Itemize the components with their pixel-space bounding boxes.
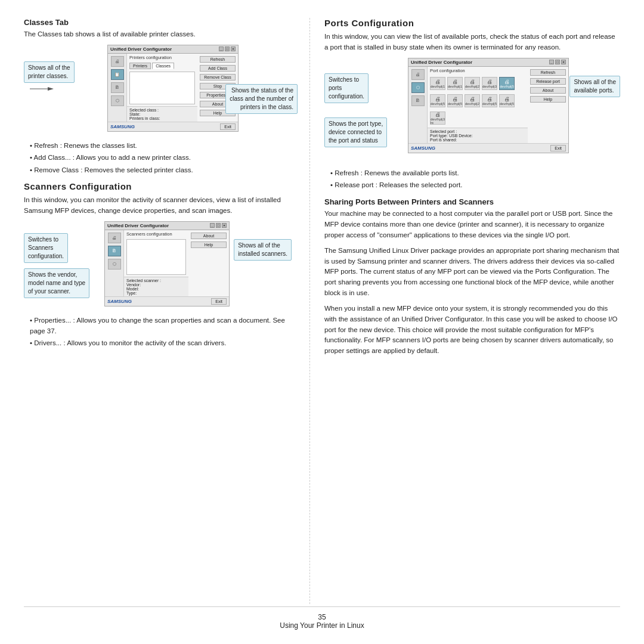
sharing-para1: Your machine may be connected to a host … bbox=[324, 209, 620, 240]
sidebar-scan-icon2: 🖹 bbox=[411, 95, 425, 106]
sidebar-port-icon2: ⬡ bbox=[108, 259, 121, 270]
port-icons-row1: 🖨dev/hplj1 🖨dev/hplj1 🖨dev/hplj2 🖨dev/hp… bbox=[428, 76, 528, 91]
ports-sidebar: 🖨 ⬡ 🖹 bbox=[408, 67, 428, 143]
ports-title: Ports Configuration bbox=[324, 18, 620, 28]
footer-text: Using Your Printer in Linux bbox=[280, 621, 364, 630]
classes-tab-screenshot-container: Shows all of theprinter classes. Unified… bbox=[24, 45, 298, 132]
ss-scanner-help-btn[interactable]: Help bbox=[191, 242, 227, 248]
bullet-refresh: Refresh : Renews the classes list. bbox=[30, 140, 298, 151]
classes-tab-title: Classes Tab bbox=[24, 18, 298, 27]
sidebar-ports-icon: ⬡ bbox=[411, 82, 425, 93]
port-icons-row3: 🖨dev/hplj3 ht bbox=[428, 110, 528, 126]
scanners-section: Scanners Configuration In this window, y… bbox=[24, 181, 298, 349]
bullet-drivers: Drivers... : Allows you to monitor the a… bbox=[30, 338, 298, 348]
ss-ports-help-btn[interactable]: Help bbox=[530, 96, 566, 103]
screenshot-footer: SAMSUNG Exit bbox=[108, 122, 238, 131]
callout-class-status: Shows the status of theclass and the num… bbox=[225, 84, 298, 114]
callout-switches-scanners: Switches toScannersconfiguration. bbox=[24, 233, 68, 263]
ss-removeclass-btn[interactable]: Remove Class bbox=[200, 74, 236, 80]
page-number: 35 bbox=[318, 613, 326, 621]
ss-addclass-btn[interactable]: Add Class bbox=[200, 65, 236, 72]
sidebar-printer-icon: 🖨 bbox=[111, 56, 124, 67]
ss-ports-exit-btn[interactable]: Exit bbox=[550, 145, 566, 151]
ss-refresh-btn[interactable]: Refresh bbox=[200, 56, 236, 63]
sidebar-printer-icon3: 🖨 bbox=[411, 69, 425, 80]
scanners-screenshot-container: Switches toScannersconfiguration. Unifie… bbox=[24, 221, 298, 306]
ss-scanner-about-btn[interactable]: About bbox=[191, 233, 227, 239]
ports-screenshot-container: Switches toportsconfiguration. Unified D… bbox=[324, 58, 620, 159]
callout-port-type: Shows the port type,device connected tot… bbox=[324, 117, 387, 147]
sidebar-port-icon: ⬡ bbox=[111, 95, 124, 106]
svg-marker-1 bbox=[48, 87, 54, 91]
scanners-title: Scanners Configuration bbox=[24, 181, 298, 191]
callout-arrow-1 bbox=[24, 83, 54, 95]
page-footer: 35 Using Your Printer in Linux bbox=[24, 606, 620, 632]
callout-printer-classes: Shows all of theprinter classes. bbox=[24, 61, 75, 95]
sidebar-scanner-icon: 🖹 bbox=[108, 246, 121, 256]
scanners-sidebar: 🖨 🖹 ⬡ bbox=[105, 230, 124, 296]
ss-exit-btn[interactable]: Exit bbox=[220, 123, 236, 130]
screenshot-sidebar: 🖨 📋 🖹 ⬡ bbox=[108, 54, 127, 122]
callout-installed-scanners: Shows all of theinstalled scanners. bbox=[234, 239, 292, 261]
scanners-body: In this window, you can monitor the acti… bbox=[24, 195, 298, 216]
callout-switches-ports: Switches toportsconfiguration. bbox=[324, 73, 369, 103]
classes-tab-body: The Classes tab shows a list of availabl… bbox=[24, 29, 298, 40]
bullet-addclass: Add Class... : Allows you to add a new p… bbox=[30, 152, 298, 163]
ss-tab-printers[interactable]: Printers bbox=[129, 63, 151, 69]
screenshot-titlebar: Unified Driver Configurator _ □ × bbox=[108, 45, 238, 54]
scanners-screenshot: Unified Driver Configurator _ □ × 🖨 🖹 bbox=[104, 221, 230, 306]
bullet-ports-refresh: Refresh : Renews the available ports lis… bbox=[330, 168, 620, 178]
ports-body: In this window, you can view the list of… bbox=[324, 32, 620, 53]
classes-screenshot: Unified Driver Configurator _ □ × 🖨 📋 bbox=[107, 45, 239, 132]
port-icons-row2: 🖨dev/hplj5 🖨dev/hplj5 🖨dev/hplj2 🖨dev/hp… bbox=[428, 93, 528, 109]
ports-screenshot: Unified Driver Configurator _ □ × 🖨 ⬡ bbox=[408, 58, 569, 153]
scanner-list-area bbox=[126, 239, 186, 275]
sharing-para2: The Samsung Unified Linux Driver package… bbox=[324, 246, 620, 299]
ss-scanner-exit-btn[interactable]: Exit bbox=[211, 298, 227, 305]
sharing-para3: When you install a new MFP device onto y… bbox=[324, 304, 620, 357]
ss-ports-refresh-btn[interactable]: Refresh bbox=[530, 69, 566, 76]
ss-release-port-btn[interactable]: Release port bbox=[530, 78, 566, 85]
ss-tab-classes[interactable]: Classes bbox=[152, 63, 174, 69]
ports-section: Ports Configuration In this window, you … bbox=[324, 18, 620, 190]
bullet-removeclass: Remove Class : Removes the selected prin… bbox=[30, 165, 298, 175]
left-column: Classes Tab The Classes tab shows a list… bbox=[24, 18, 310, 604]
bullet-properties: Properties... : Allows you to change the… bbox=[30, 315, 298, 337]
classes-bullet-list: Refresh : Renews the classes list. Add C… bbox=[30, 140, 298, 175]
callout-vendor: Shows the vendor,model name and typeof y… bbox=[24, 268, 89, 298]
sidebar-scan-icon: 🖹 bbox=[111, 82, 124, 93]
sharing-section: Sharing Ports Between Printers and Scann… bbox=[324, 197, 620, 357]
sidebar-printer-icon2: 🖨 bbox=[108, 233, 121, 243]
right-column: Ports Configuration In this window, you … bbox=[310, 18, 620, 604]
bullet-release-port: Release port : Releases the selected por… bbox=[330, 179, 620, 190]
scanners-bullet-list: Properties... : Allows you to change the… bbox=[30, 315, 298, 349]
callout-available-ports: Shows all of theavailable ports. bbox=[569, 76, 620, 97]
ss-ports-about-btn[interactable]: About bbox=[530, 87, 566, 94]
page: Classes Tab The Classes tab shows a list… bbox=[0, 0, 644, 644]
two-column-layout: Classes Tab The Classes tab shows a list… bbox=[24, 18, 620, 604]
classes-tab-section: Classes Tab The Classes tab shows a list… bbox=[24, 18, 298, 175]
ports-bullet-list: Refresh : Renews the available ports lis… bbox=[330, 168, 620, 191]
classes-list-area bbox=[129, 72, 195, 104]
sidebar-class-icon: 📋 bbox=[111, 69, 124, 80]
sharing-title: Sharing Ports Between Printers and Scann… bbox=[324, 197, 620, 206]
